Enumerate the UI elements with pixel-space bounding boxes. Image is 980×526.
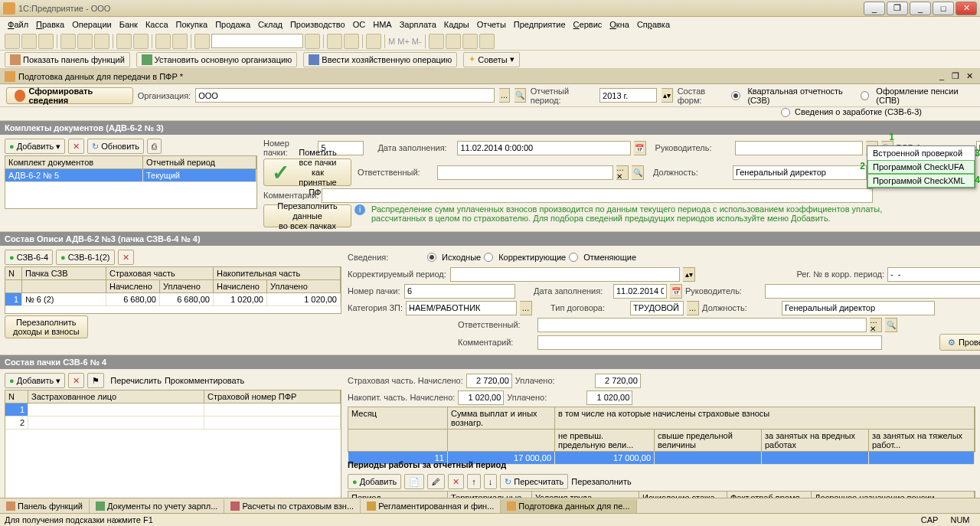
comment-input[interactable] — [322, 188, 873, 203]
composition-opt2-radio[interactable] — [861, 91, 869, 100]
szv64-button[interactable]: ●СЗВ-6-4 — [5, 250, 53, 265]
check-ufa-item[interactable]: Программой CheckUFA — [867, 160, 975, 174]
tab-panel-functions[interactable]: Панель функций — [0, 499, 90, 513]
menu-bank[interactable]: Банк — [116, 18, 141, 31]
corr-resp-input[interactable] — [537, 318, 867, 332]
tips-button[interactable]: ✦Советы ▾ — [463, 52, 519, 67]
period-del-button[interactable]: ✕ — [448, 474, 464, 489]
menu-edit[interactable]: Правка — [33, 18, 67, 31]
tb-misc3-icon[interactable] — [462, 34, 478, 49]
generate-button[interactable]: Сформировать сведения — [6, 87, 133, 104]
manual-op-button[interactable]: Ввести хозяйственную операцию — [303, 52, 457, 67]
menu-kassa[interactable]: Касса — [142, 18, 172, 31]
insured-row-2[interactable]: 2 — [5, 417, 341, 430]
org-select-button[interactable]: … — [499, 88, 511, 103]
reg-input[interactable] — [887, 267, 980, 282]
corr-date-input[interactable] — [613, 284, 667, 299]
add-button[interactable]: ●Добавить ▾ — [5, 139, 65, 154]
period-refill-link[interactable]: Перезаполнить — [571, 477, 631, 486]
corr-period-input[interactable] — [450, 267, 680, 282]
period-edit2-button[interactable]: 🖉 — [427, 474, 445, 489]
org-input[interactable] — [195, 88, 494, 103]
packet-date-input[interactable] — [457, 141, 630, 155]
payments-grid[interactable]: Месяц Сумма выплат и иных вознагр. в том… — [348, 407, 975, 452]
tb-find-icon[interactable] — [194, 34, 210, 49]
tb-misc2-icon[interactable] — [446, 34, 461, 49]
tb-misc1-icon[interactable] — [429, 34, 444, 49]
tb-calendar-icon[interactable] — [344, 34, 359, 49]
close-button[interactable]: ✕ — [956, 2, 977, 15]
tb-paste-icon[interactable] — [94, 34, 109, 49]
doc-close-button[interactable]: ✕ — [963, 71, 975, 82]
flag-button[interactable]: ⚑ — [87, 373, 104, 388]
set-org-button[interactable]: Установить основную организацию — [136, 52, 298, 67]
resp-input[interactable] — [437, 165, 613, 180]
type-input[interactable] — [630, 301, 684, 315]
composition-opt1-radio[interactable] — [731, 91, 740, 100]
tb-search-btn[interactable] — [305, 34, 320, 49]
menu-os[interactable]: ОС — [350, 18, 369, 31]
period-input[interactable] — [599, 88, 657, 103]
check-builtin-item[interactable]: Встроенной проверкой — [867, 146, 975, 160]
check-xml-item[interactable]: Программой CheckXML — [867, 174, 975, 188]
ins-nach-input[interactable] — [466, 374, 512, 388]
calendar-icon[interactable]: 📅 — [670, 284, 682, 299]
menu-service[interactable]: Сервис — [570, 18, 606, 31]
sved-corr-radio[interactable] — [484, 253, 493, 262]
delete-button[interactable]: ✕ — [68, 139, 84, 154]
restore-button[interactable]: ❐ — [887, 2, 908, 15]
tb-cut-icon[interactable] — [60, 34, 76, 49]
tab-insurance[interactable]: Расчеты по страховым взн... — [224, 499, 361, 513]
head-input[interactable] — [735, 141, 863, 155]
ins-upl-input[interactable] — [595, 374, 641, 388]
period-spin-button[interactable]: ▴▾ — [662, 88, 673, 103]
tb-misc4-icon[interactable] — [479, 34, 495, 49]
menu-hr[interactable]: Кадры — [441, 18, 472, 31]
mark-all-button[interactable]: ✓ Пометить все пачки как принятые ПФР — [263, 158, 351, 186]
kits-row-1[interactable]: АДВ-6-2 № 5 Текущий — [5, 169, 256, 182]
menu-windows[interactable]: Окна — [606, 18, 632, 31]
refresh-button[interactable]: ↻Обновить — [87, 139, 144, 154]
sved-cancel-radio[interactable] — [569, 253, 578, 262]
tb-save-icon[interactable] — [38, 34, 54, 49]
comment-link[interactable]: Прокомментировать — [165, 376, 244, 385]
menu-operations[interactable]: Операции — [69, 18, 114, 31]
menu-enterprise[interactable]: Предприятие — [511, 18, 569, 31]
menu-sale[interactable]: Продажа — [212, 18, 253, 31]
minimize-button[interactable]: _ — [864, 2, 885, 15]
tb-redo-icon[interactable] — [172, 34, 188, 49]
tb-copy-icon[interactable] — [77, 34, 93, 49]
menu-file[interactable]: Файл — [5, 18, 31, 31]
org-search-button[interactable]: 🔍 — [514, 88, 526, 103]
tab-salary-docs[interactable]: Документы по учету зарпл... — [90, 499, 224, 513]
resp-clear-button[interactable]: …✕ — [616, 165, 629, 180]
sved-orig-radio[interactable] — [427, 253, 436, 262]
add3-button[interactable]: ●Добавить ▾ — [5, 373, 65, 388]
menu-production[interactable]: Производство — [287, 18, 348, 31]
period-down-button[interactable]: ↓ — [484, 474, 498, 489]
minimize2-button[interactable]: _ — [910, 2, 931, 15]
refill-all-button[interactable]: Перезаполнить данные во всех пачках — [263, 204, 351, 227]
tb-calc-icon[interactable] — [327, 34, 342, 49]
nak-upl-input[interactable] — [586, 390, 632, 405]
cat-input[interactable] — [406, 301, 517, 315]
tab-pfr-prepare[interactable]: Подготовка данных для пе... — [501, 499, 636, 513]
refill-income-button[interactable]: Перезаполнить доходы и взносы — [5, 315, 88, 338]
menu-help[interactable]: Справка — [634, 18, 673, 31]
corr-comment-input[interactable] — [537, 335, 882, 350]
menu-salary[interactable]: Зарплата — [397, 18, 439, 31]
menu-warehouse[interactable]: Склад — [255, 18, 286, 31]
szv612-button[interactable]: ●СЗВ-6-1(2) — [56, 250, 114, 265]
insured-row-1[interactable]: 1 — [5, 403, 341, 417]
relist-label[interactable]: Перечислить — [110, 376, 162, 385]
del2-button[interactable]: ✕ — [118, 250, 134, 265]
maximize-button[interactable]: □ — [933, 2, 954, 15]
corr-post-input[interactable] — [782, 301, 935, 315]
menu-purchase[interactable]: Покупка — [173, 18, 211, 31]
misc-button[interactable]: ⎙ — [147, 139, 162, 154]
menu-reports[interactable]: Отчеты — [474, 18, 509, 31]
opis-grid[interactable]: N Пачка СЗВ Страховая часть Накопительна… — [5, 266, 341, 314]
tab-regulated[interactable]: Регламентированная и фин... — [361, 499, 501, 513]
tb-undo-icon[interactable] — [155, 34, 171, 49]
tb-print-icon[interactable] — [116, 34, 132, 49]
